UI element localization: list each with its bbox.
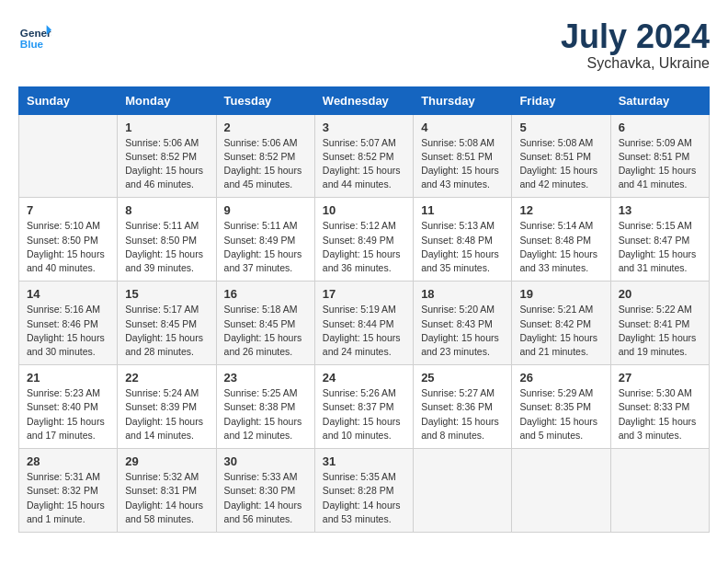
day-info: Sunrise: 5:19 AM Sunset: 8:44 PM Dayligh… xyxy=(323,303,405,359)
day-number: 5 xyxy=(519,121,602,134)
calendar-cell: 2Sunrise: 5:06 AM Sunset: 8:52 PM Daylig… xyxy=(216,114,314,198)
calendar-cell: 13Sunrise: 5:15 AM Sunset: 8:47 PM Dayli… xyxy=(610,198,709,282)
calendar-cell: 25Sunrise: 5:27 AM Sunset: 8:36 PM Dayli… xyxy=(414,365,512,449)
logo: General Blue xyxy=(18,18,51,52)
calendar-week-3: 14Sunrise: 5:16 AM Sunset: 8:46 PM Dayli… xyxy=(19,282,710,365)
day-info: Sunrise: 5:13 AM Sunset: 8:48 PM Dayligh… xyxy=(421,219,504,275)
day-number: 20 xyxy=(619,287,701,301)
day-info: Sunrise: 5:25 AM Sunset: 8:38 PM Dayligh… xyxy=(224,386,307,442)
day-info: Sunrise: 5:11 AM Sunset: 8:50 PM Dayligh… xyxy=(125,219,208,275)
day-number: 17 xyxy=(323,287,405,301)
day-info: Sunrise: 5:10 AM Sunset: 8:50 PM Dayligh… xyxy=(27,219,109,275)
col-header-saturday: Saturday xyxy=(610,86,709,114)
day-info: Sunrise: 5:17 AM Sunset: 8:45 PM Dayligh… xyxy=(125,303,208,359)
day-number: 19 xyxy=(519,287,602,301)
day-info: Sunrise: 5:16 AM Sunset: 8:46 PM Dayligh… xyxy=(27,303,109,359)
day-info: Sunrise: 5:08 AM Sunset: 8:51 PM Dayligh… xyxy=(519,136,602,192)
day-info: Sunrise: 5:31 AM Sunset: 8:32 PM Dayligh… xyxy=(27,470,109,526)
day-number: 23 xyxy=(224,371,307,385)
calendar-cell xyxy=(610,449,709,533)
day-number: 25 xyxy=(421,371,504,385)
calendar-cell: 11Sunrise: 5:13 AM Sunset: 8:48 PM Dayli… xyxy=(414,198,512,282)
logo-icon: General Blue xyxy=(18,18,51,52)
day-info: Sunrise: 5:26 AM Sunset: 8:37 PM Dayligh… xyxy=(323,386,405,442)
day-number: 31 xyxy=(323,454,405,468)
day-info: Sunrise: 5:22 AM Sunset: 8:41 PM Dayligh… xyxy=(619,303,701,359)
calendar-cell: 28Sunrise: 5:31 AM Sunset: 8:32 PM Dayli… xyxy=(19,449,118,533)
day-info: Sunrise: 5:08 AM Sunset: 8:51 PM Dayligh… xyxy=(421,136,504,192)
day-number: 2 xyxy=(224,121,307,134)
day-number: 4 xyxy=(421,121,504,134)
calendar-cell: 12Sunrise: 5:14 AM Sunset: 8:48 PM Dayli… xyxy=(512,198,610,282)
calendar-cell: 19Sunrise: 5:21 AM Sunset: 8:42 PM Dayli… xyxy=(512,282,610,365)
day-info: Sunrise: 5:20 AM Sunset: 8:43 PM Dayligh… xyxy=(421,303,504,359)
day-info: Sunrise: 5:30 AM Sunset: 8:33 PM Dayligh… xyxy=(619,386,701,442)
day-number: 16 xyxy=(224,287,307,301)
page-header: General Blue July 2024 Sychavka, Ukraine xyxy=(18,18,710,72)
day-number: 18 xyxy=(421,287,504,301)
calendar-cell: 23Sunrise: 5:25 AM Sunset: 8:38 PM Dayli… xyxy=(216,365,314,449)
calendar-cell: 8Sunrise: 5:11 AM Sunset: 8:50 PM Daylig… xyxy=(118,198,216,282)
col-header-tuesday: Tuesday xyxy=(216,86,314,114)
day-info: Sunrise: 5:07 AM Sunset: 8:52 PM Dayligh… xyxy=(323,136,405,192)
day-number: 3 xyxy=(323,121,405,134)
svg-text:Blue: Blue xyxy=(20,38,44,50)
calendar-cell: 27Sunrise: 5:30 AM Sunset: 8:33 PM Dayli… xyxy=(610,365,709,449)
calendar-cell: 30Sunrise: 5:33 AM Sunset: 8:30 PM Dayli… xyxy=(216,449,314,533)
calendar-cell: 1Sunrise: 5:06 AM Sunset: 8:52 PM Daylig… xyxy=(118,114,216,198)
day-info: Sunrise: 5:06 AM Sunset: 8:52 PM Dayligh… xyxy=(224,136,307,192)
month-title: July 2024 xyxy=(561,18,710,55)
day-number: 28 xyxy=(27,454,109,468)
calendar-cell: 7Sunrise: 5:10 AM Sunset: 8:50 PM Daylig… xyxy=(19,198,118,282)
calendar-week-2: 7Sunrise: 5:10 AM Sunset: 8:50 PM Daylig… xyxy=(19,198,710,282)
day-info: Sunrise: 5:18 AM Sunset: 8:45 PM Dayligh… xyxy=(224,303,307,359)
day-number: 8 xyxy=(125,203,208,217)
day-info: Sunrise: 5:09 AM Sunset: 8:51 PM Dayligh… xyxy=(619,136,701,192)
day-number: 11 xyxy=(421,203,504,217)
calendar-cell xyxy=(512,449,610,533)
day-number: 6 xyxy=(619,121,701,134)
calendar-cell: 29Sunrise: 5:32 AM Sunset: 8:31 PM Dayli… xyxy=(118,449,216,533)
day-number: 26 xyxy=(519,371,602,385)
calendar-cell: 14Sunrise: 5:16 AM Sunset: 8:46 PM Dayli… xyxy=(19,282,118,365)
day-number: 12 xyxy=(519,203,602,217)
day-info: Sunrise: 5:23 AM Sunset: 8:40 PM Dayligh… xyxy=(27,386,109,442)
calendar-cell xyxy=(19,114,118,198)
day-info: Sunrise: 5:11 AM Sunset: 8:49 PM Dayligh… xyxy=(224,219,307,275)
calendar-cell: 17Sunrise: 5:19 AM Sunset: 8:44 PM Dayli… xyxy=(314,282,413,365)
calendar-cell: 22Sunrise: 5:24 AM Sunset: 8:39 PM Dayli… xyxy=(118,365,216,449)
col-header-friday: Friday xyxy=(512,86,610,114)
day-number: 9 xyxy=(224,203,307,217)
day-number: 1 xyxy=(125,121,208,134)
day-info: Sunrise: 5:06 AM Sunset: 8:52 PM Dayligh… xyxy=(125,136,208,192)
day-info: Sunrise: 5:12 AM Sunset: 8:49 PM Dayligh… xyxy=(323,219,405,275)
day-number: 29 xyxy=(125,454,208,468)
calendar-cell: 24Sunrise: 5:26 AM Sunset: 8:37 PM Dayli… xyxy=(314,365,413,449)
title-block: July 2024 Sychavka, Ukraine xyxy=(561,18,710,72)
calendar-cell: 9Sunrise: 5:11 AM Sunset: 8:49 PM Daylig… xyxy=(216,198,314,282)
calendar-week-1: 1Sunrise: 5:06 AM Sunset: 8:52 PM Daylig… xyxy=(19,114,710,198)
day-number: 15 xyxy=(125,287,208,301)
calendar-cell: 21Sunrise: 5:23 AM Sunset: 8:40 PM Dayli… xyxy=(19,365,118,449)
day-number: 7 xyxy=(27,203,109,217)
calendar-week-5: 28Sunrise: 5:31 AM Sunset: 8:32 PM Dayli… xyxy=(19,449,710,533)
calendar-cell: 20Sunrise: 5:22 AM Sunset: 8:41 PM Dayli… xyxy=(610,282,709,365)
calendar-table: SundayMondayTuesdayWednesdayThursdayFrid… xyxy=(18,86,710,533)
calendar-cell: 4Sunrise: 5:08 AM Sunset: 8:51 PM Daylig… xyxy=(414,114,512,198)
calendar-cell: 16Sunrise: 5:18 AM Sunset: 8:45 PM Dayli… xyxy=(216,282,314,365)
calendar-cell: 6Sunrise: 5:09 AM Sunset: 8:51 PM Daylig… xyxy=(610,114,709,198)
calendar-cell: 15Sunrise: 5:17 AM Sunset: 8:45 PM Dayli… xyxy=(118,282,216,365)
col-header-monday: Monday xyxy=(118,86,216,114)
day-info: Sunrise: 5:24 AM Sunset: 8:39 PM Dayligh… xyxy=(125,386,208,442)
calendar-cell xyxy=(414,449,512,533)
day-number: 21 xyxy=(27,371,109,385)
day-number: 30 xyxy=(224,454,307,468)
day-number: 13 xyxy=(619,203,701,217)
day-info: Sunrise: 5:32 AM Sunset: 8:31 PM Dayligh… xyxy=(125,470,208,526)
day-number: 14 xyxy=(27,287,109,301)
day-info: Sunrise: 5:29 AM Sunset: 8:35 PM Dayligh… xyxy=(519,386,602,442)
col-header-thursday: Thursday xyxy=(414,86,512,114)
day-number: 22 xyxy=(125,371,208,385)
location-subtitle: Sychavka, Ukraine xyxy=(561,55,710,72)
day-info: Sunrise: 5:33 AM Sunset: 8:30 PM Dayligh… xyxy=(224,470,307,526)
